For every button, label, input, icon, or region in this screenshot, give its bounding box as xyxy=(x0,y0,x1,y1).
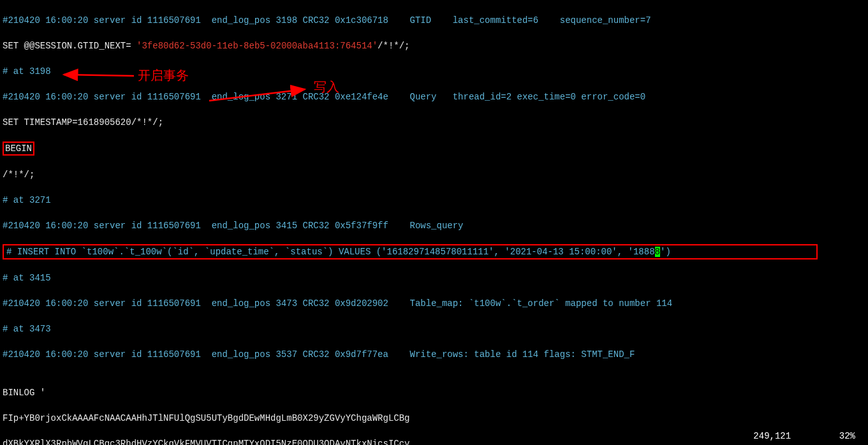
binlog-line: # at 3415 xyxy=(3,272,865,284)
terminal-output[interactable]: #210420 16:00:20 server id 1116507691 en… xyxy=(0,0,868,445)
binlog-line: # at 3198 xyxy=(3,65,865,78)
begin-highlight-box: BEGIN xyxy=(3,142,34,156)
annotation-begin-label: 开启事务 xyxy=(138,69,189,82)
binlog-line: # at 3271 xyxy=(3,194,865,207)
binlog-line: FIp+YB0rjoxCkAAAAFcNAACAAHhJTlNFUlQgSU5U… xyxy=(3,412,865,425)
binlog-line: #210420 16:00:20 server id 1116507691 en… xyxy=(3,219,865,232)
scroll-percent: 32% xyxy=(839,431,855,441)
binlog-line: SET @@SESSION.GTID_NEXT= '3fe80d62-53d0-… xyxy=(3,40,865,52)
binlog-line: # at 3473 xyxy=(3,323,865,335)
cursor: 8 xyxy=(655,247,660,257)
cursor-position: 249,121 xyxy=(753,431,791,441)
begin-statement: BEGIN xyxy=(3,142,865,156)
binlog-line: dXBkYXRlX3RpbWVgLCBgc3RhdHVzYCkgVkFMVUVT… xyxy=(3,437,865,445)
binlog-line: SET TIMESTAMP=1618905620/*!*/; xyxy=(3,116,865,129)
annotation-insert-label: 写入 xyxy=(314,80,339,93)
binlog-line: BINLOG ' xyxy=(3,386,865,399)
vim-status-bar: 249,121 32% xyxy=(753,430,855,442)
binlog-line: #210420 16:00:20 server id 1116507691 en… xyxy=(3,348,865,361)
binlog-line: #210420 16:00:20 server id 1116507691 en… xyxy=(3,14,865,27)
insert-highlight-box: # INSERT INTO `t100w`.`t_100w`(`id`, `up… xyxy=(3,244,818,259)
binlog-line: #210420 16:00:20 server id 1116507691 en… xyxy=(3,297,865,310)
binlog-line: /*!*/; xyxy=(3,168,865,181)
binlog-line: #210420 16:00:20 server id 1116507691 en… xyxy=(3,91,865,103)
